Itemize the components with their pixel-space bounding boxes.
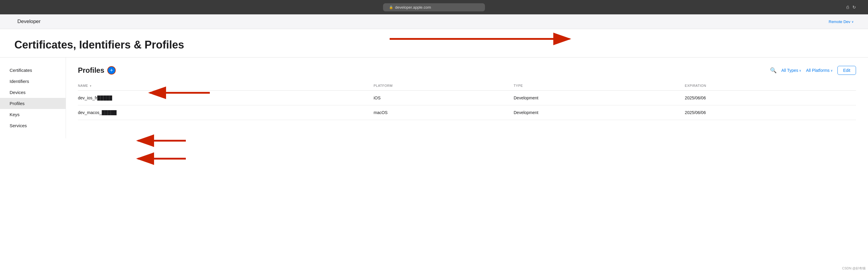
plus-icon: + xyxy=(110,68,113,73)
sidebar-item-devices[interactable]: Devices xyxy=(0,87,66,98)
table-row[interactable]: dev_ios_fr█████ iOS Development 2025/06/… xyxy=(78,91,856,105)
cell-platform-1: iOS xyxy=(373,91,514,105)
all-platforms-label: All Platforms xyxy=(806,68,830,73)
cell-expiration-1: 2025/06/06 xyxy=(685,91,856,105)
all-types-label: All Types xyxy=(781,68,799,73)
filters-area: 🔍 All Types ∨ All Platforms ∨ Edit xyxy=(770,66,856,75)
brand: Developer xyxy=(14,19,41,25)
cell-expiration-2: 2025/06/06 xyxy=(685,105,856,120)
top-nav: Developer Remote Dev ∨ xyxy=(0,14,868,29)
account-label: Remote Dev xyxy=(829,20,850,24)
all-types-dropdown[interactable]: All Types ∨ xyxy=(781,68,802,73)
col-header-expiration: EXPIRATION xyxy=(685,81,856,91)
browser-chrome: 🔒 developer.apple.com ⎙ ↻ xyxy=(0,0,868,14)
page-header: Certificates, Identifiers & Profiles xyxy=(0,29,868,58)
sort-arrow-name: ▾ xyxy=(90,84,92,88)
account-link[interactable]: Remote Dev ∨ xyxy=(829,20,854,24)
table-header: NAME ▾ PLATFORM TYPE EXPIRATION xyxy=(78,81,856,91)
sidebar-item-profiles[interactable]: Profiles xyxy=(0,98,66,109)
account-chevron: ∨ xyxy=(851,20,854,23)
col-header-name: NAME ▾ xyxy=(78,81,373,91)
edit-button[interactable]: Edit xyxy=(837,66,856,75)
all-platforms-dropdown[interactable]: All Platforms ∨ xyxy=(806,68,833,73)
all-types-chevron: ∨ xyxy=(799,69,801,72)
lock-icon: 🔒 xyxy=(389,5,393,9)
add-profile-button[interactable]: + xyxy=(107,66,116,74)
cell-name-1: dev_ios_fr█████ xyxy=(78,91,373,105)
content-layout: Certificates Identifiers Devices Profile… xyxy=(0,58,868,138)
col-header-platform: PLATFORM xyxy=(373,81,514,91)
sidebar-item-keys[interactable]: Keys xyxy=(0,109,66,120)
cell-type-1: Development xyxy=(514,91,685,105)
cell-type-2: Development xyxy=(514,105,685,120)
profiles-heading: Profiles xyxy=(78,66,104,74)
page-title: Certificates, Identifiers & Profiles xyxy=(14,39,854,51)
watermark: CSDN @好奇猫 xyxy=(842,266,866,271)
refresh-icon[interactable]: ↻ xyxy=(852,5,856,9)
cell-name-2: dev_macos_█████ xyxy=(78,105,373,120)
profiles-table: NAME ▾ PLATFORM TYPE EXPIRATION dev_ios_… xyxy=(78,81,856,120)
profiles-title-area: Profiles + xyxy=(78,66,116,74)
search-icon[interactable]: 🔍 xyxy=(770,67,777,74)
browser-icons: ⎙ ↻ xyxy=(846,5,856,9)
brand-name: Developer xyxy=(18,19,41,25)
sidebar-item-certificates[interactable]: Certificates xyxy=(0,65,66,76)
sidebar: Certificates Identifiers Devices Profile… xyxy=(0,58,66,138)
col-header-type: TYPE xyxy=(514,81,685,91)
table-body: dev_ios_fr█████ iOS Development 2025/06/… xyxy=(78,91,856,120)
address-bar[interactable]: 🔒 developer.apple.com xyxy=(383,3,485,11)
cell-platform-2: macOS xyxy=(373,105,514,120)
url-text: developer.apple.com xyxy=(395,5,431,9)
table-row[interactable]: dev_macos_█████ macOS Development 2025/0… xyxy=(78,105,856,120)
sidebar-item-identifiers[interactable]: Identifiers xyxy=(0,76,66,87)
all-platforms-chevron: ∨ xyxy=(831,69,833,72)
translate-icon[interactable]: ⎙ xyxy=(846,5,849,9)
sidebar-item-services[interactable]: Services xyxy=(0,120,66,131)
profiles-header: Profiles + 🔍 All Types ∨ All Platforms ∨ xyxy=(78,66,856,75)
page: Developer Remote Dev ∨ Certificates, Ide… xyxy=(0,14,868,273)
main-content: Profiles + 🔍 All Types ∨ All Platforms ∨ xyxy=(66,58,868,138)
